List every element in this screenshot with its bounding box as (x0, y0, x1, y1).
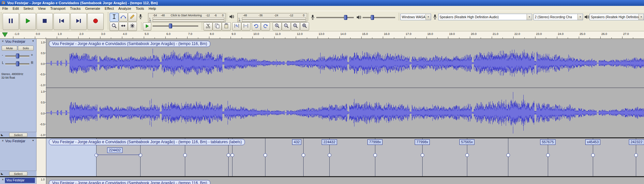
timeline-ruler[interactable]: -1.00.01.02.03.04.05.06.07.08.09.010.011… (0, 31, 644, 39)
vertical-ruler[interactable] (37, 138, 46, 176)
label-handle[interactable] (546, 153, 550, 157)
selection-tool-button[interactable] (110, 13, 119, 22)
zoom-out-button[interactable] (282, 22, 291, 31)
label-text[interactable]: 557675 (540, 139, 556, 145)
recording-channels-dropdown[interactable]: 2 (Stereo) Recording Cha▼ (533, 14, 583, 20)
label-handle[interactable] (373, 153, 377, 157)
play-speed-slider[interactable] (153, 23, 198, 29)
audio-host-dropdown[interactable]: Windows WASAP▼ (400, 14, 431, 20)
paste-button[interactable] (222, 22, 231, 31)
gain-slider-thumb[interactable] (16, 54, 19, 58)
record-button[interactable] (87, 13, 104, 30)
playback-device-dropdown[interactable]: Speakers (Realtek High Definition Audio)… (590, 14, 644, 20)
menu-tracks[interactable]: Tracks (68, 7, 83, 10)
label-handle[interactable] (634, 153, 638, 157)
track-menu-chevron-icon[interactable]: ▼ (32, 40, 34, 42)
waveform-area[interactable] (46, 39, 644, 137)
menu-generate[interactable]: Generate (83, 7, 102, 10)
toolbar-grip[interactable] (141, 23, 142, 30)
menu-effect[interactable]: Effect (102, 7, 116, 10)
chevron-down-icon[interactable]: ▼ (426, 14, 431, 20)
label-handle[interactable] (421, 153, 424, 157)
label-handle[interactable] (95, 153, 98, 157)
recording-volume-thumb[interactable] (344, 15, 347, 20)
skip-to-start-button[interactable] (53, 13, 70, 30)
pause-button[interactable] (3, 13, 19, 30)
track-name[interactable]: Vou Festejar (5, 178, 35, 183)
select-track-button[interactable]: Select (9, 172, 27, 176)
meter-message[interactable]: Click to Start Monitoring (167, 14, 206, 17)
menu-transport[interactable]: Transport (48, 7, 68, 10)
envelope-tool-button[interactable] (119, 13, 128, 22)
label-handle[interactable] (183, 153, 187, 157)
menu-analyze[interactable]: Analyze (116, 7, 133, 10)
label-text[interactable]: 242322 (629, 139, 644, 145)
play-at-speed-button[interactable] (143, 23, 151, 31)
zoom-tool-button[interactable] (110, 22, 119, 31)
label-handle[interactable] (263, 153, 267, 157)
label-handle[interactable] (231, 153, 234, 157)
label-text[interactable]: 224432 (107, 147, 123, 153)
track-name[interactable]: Vou Festejar (5, 39, 25, 43)
redo-button[interactable] (261, 22, 270, 31)
draw-tool-button[interactable] (128, 13, 137, 22)
menu-select[interactable]: Select (21, 7, 36, 10)
close-track-button[interactable]: × (1, 39, 5, 43)
label-text[interactable]: 77998x (415, 139, 430, 145)
chevron-down-icon[interactable]: ▼ (527, 14, 532, 20)
label-handle[interactable] (506, 153, 510, 157)
track-menu-chevron-icon[interactable]: ▼ (32, 139, 34, 142)
recording-meter[interactable]: L R Click to Start Monitoring -54-48-12-… (148, 13, 226, 22)
play-button[interactable] (20, 13, 36, 30)
menu-view[interactable]: View (36, 7, 48, 10)
menu-file[interactable]: File (0, 7, 10, 10)
toolbar-grip[interactable] (108, 12, 109, 30)
multi-tool-button[interactable] (128, 22, 137, 31)
label-handle[interactable] (465, 153, 469, 157)
label-handle[interactable] (139, 153, 142, 157)
menu-tools[interactable]: Tools (133, 7, 146, 10)
timeshift-tool-button[interactable] (119, 22, 128, 31)
collapse-track-icon[interactable]: ◣ (1, 133, 3, 136)
playback-meter[interactable]: L R -48-36-24-120 (237, 13, 307, 22)
close-track-button[interactable]: × (1, 139, 5, 143)
playback-volume-thumb[interactable] (371, 15, 374, 20)
label-handle[interactable] (328, 153, 331, 157)
vertical-ruler[interactable]: 1.00.50.0-0.5-1.01.00.50.0-0.5-1.0 (37, 39, 46, 137)
vertical-ruler[interactable]: 1.0 (37, 177, 46, 184)
label-text[interactable]: x45453 (585, 139, 600, 145)
recording-device-dropdown[interactable]: Speakers (Realtek High Definition Audio)… (438, 14, 532, 20)
stop-button[interactable] (37, 13, 53, 30)
fit-selection-button[interactable] (291, 22, 300, 31)
trim-outside-selection-button[interactable] (232, 22, 241, 31)
chevron-down-icon[interactable]: ▼ (577, 14, 583, 20)
close-track-button[interactable]: × (1, 178, 5, 182)
skip-to-end-button[interactable] (70, 13, 87, 30)
toolbar-grip[interactable] (226, 13, 227, 21)
toolbar-grip[interactable] (202, 23, 202, 30)
undo-button[interactable] (252, 22, 261, 31)
toolbar-grip[interactable] (308, 13, 309, 21)
fit-project-button[interactable] (300, 22, 309, 31)
menu-help[interactable]: Help (146, 7, 158, 10)
track-name[interactable]: Vou Festejar (5, 139, 25, 143)
label-region-line[interactable] (96, 155, 140, 155)
chevron-down-icon[interactable]: ▼ (638, 14, 644, 20)
select-track-button[interactable]: Select (9, 133, 27, 137)
playback-volume-slider[interactable] (363, 14, 395, 20)
toolbar-grip[interactable] (398, 13, 399, 21)
zoom-in-button[interactable] (273, 22, 282, 31)
cut-button[interactable] (203, 22, 213, 31)
label-handle[interactable] (227, 153, 230, 157)
toolbar-grip[interactable] (1, 12, 2, 30)
label-text[interactable]: 432 (292, 139, 301, 145)
label-handle[interactable] (591, 153, 595, 157)
label-text[interactable]: 77998x (367, 139, 382, 145)
collapse-track-icon[interactable]: ◣ (1, 172, 3, 175)
mute-button[interactable]: Mute (2, 46, 17, 51)
label-handle[interactable] (302, 153, 305, 157)
silence-selection-button[interactable] (241, 22, 250, 31)
play-speed-thumb[interactable] (169, 23, 172, 28)
waveform-channel-right[interactable] (46, 88, 644, 137)
label-text[interactable]: 57565x (459, 139, 474, 145)
